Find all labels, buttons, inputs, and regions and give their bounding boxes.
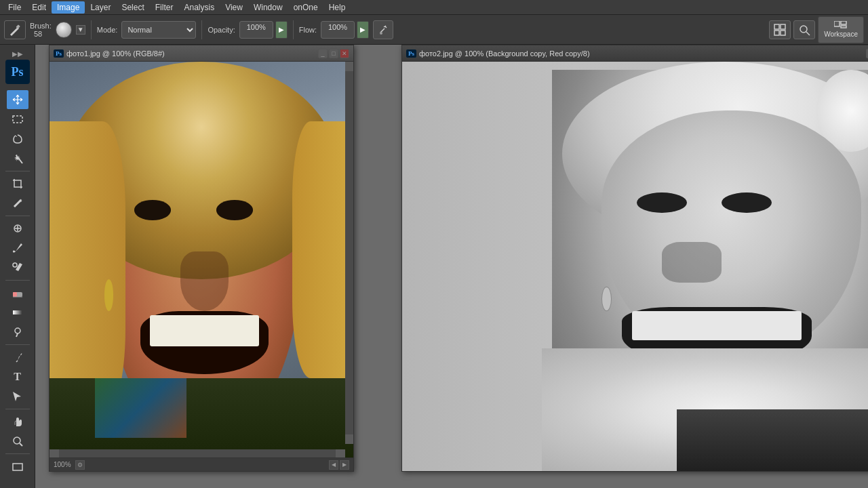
tool-healing[interactable] [7, 219, 28, 238]
doc-titlebar-2: Ps фото2.jpg @ 100% (Background copy, Re… [402, 45, 868, 62]
tool-crop[interactable] [7, 174, 28, 193]
tool-clone[interactable] [7, 258, 28, 277]
hscroll-left-1[interactable] [50, 449, 59, 458]
content-area: ▶▶ Ps [0, 45, 868, 488]
tool-sep-5 [5, 409, 30, 409]
vscroll-up-1[interactable] [345, 62, 353, 71]
tool-sep-3 [5, 280, 30, 281]
sep-1 [91, 20, 92, 39]
doc-ps-badge-2: Ps [406, 49, 416, 58]
svg-point-16 [13, 263, 17, 267]
win-maximize-1[interactable]: □ [329, 49, 338, 58]
tool-sep-2 [5, 216, 30, 216]
tool-text[interactable]: T [7, 367, 28, 386]
svg-rect-18 [13, 292, 17, 297]
tool-sep-6 [5, 453, 30, 454]
doc-title-1: фото1.jpg @ 100% (RGB/8#) [66, 49, 315, 58]
svg-point-23 [14, 437, 20, 444]
flow-value: 100% [321, 21, 355, 39]
mode-label: Mode: [97, 26, 118, 34]
tool-eyedropper[interactable] [7, 194, 28, 213]
hscroll-right-1[interactable] [336, 449, 345, 458]
tool-hand[interactable] [7, 412, 28, 431]
brush-options-arrow[interactable]: ▼ [76, 25, 85, 35]
menu-view[interactable]: View [220, 1, 248, 14]
menu-layer[interactable]: Layer [85, 1, 116, 14]
view-arrange-btn[interactable] [769, 20, 791, 39]
tool-lasso[interactable] [7, 129, 28, 148]
brush-color-picker[interactable] [56, 22, 72, 38]
toolbar: Brush: 58 ▼ Mode: Normal Dissolve Multip… [0, 15, 868, 45]
svg-line-7 [806, 32, 810, 35]
tool-eraser[interactable] [7, 283, 28, 302]
svg-rect-8 [834, 21, 840, 26]
svg-line-24 [20, 443, 22, 446]
toolbox-expand[interactable]: ▶▶ [0, 49, 35, 59]
menu-onone[interactable]: onOne [288, 1, 323, 14]
svg-rect-5 [781, 30, 785, 35]
opacity-group: 100% ▶ [239, 21, 288, 39]
nav-right-1[interactable]: ▶ [340, 460, 349, 470]
menu-image[interactable]: Image [52, 1, 85, 14]
airbrush-toggle[interactable] [373, 20, 393, 39]
workspace-button[interactable]: Workspace [818, 16, 864, 43]
sep-3 [293, 20, 294, 39]
menu-edit[interactable]: Edit [26, 1, 52, 14]
tool-move[interactable] [7, 90, 28, 109]
brush-size-value: 58 [34, 30, 47, 38]
svg-rect-25 [13, 464, 22, 470]
opacity-value: 100% [239, 21, 273, 39]
doc-ps-badge-1: Ps [54, 49, 64, 58]
doc-canvas-1[interactable] [50, 62, 353, 458]
menu-filter[interactable]: Filter [150, 1, 179, 14]
doc-controls-1: _ □ ✕ [318, 49, 349, 58]
svg-line-12 [18, 158, 22, 163]
svg-rect-10 [841, 26, 846, 28]
svg-rect-11 [13, 116, 22, 123]
blend-mode-select[interactable]: Normal Dissolve Multiply Screen Overlay [121, 21, 196, 39]
zoom-menu-1[interactable]: ⚙ [75, 460, 85, 470]
document-window-2: Ps фото2.jpg @ 100% (Background copy, Re… [401, 45, 868, 472]
win-close-1[interactable]: ✕ [340, 49, 349, 58]
menu-window[interactable]: Window [248, 1, 288, 14]
tool-sep-1 [5, 171, 30, 171]
svg-point-1 [380, 32, 382, 35]
opacity-label: Opacity: [208, 26, 235, 34]
ps-logo: Ps [5, 60, 30, 84]
menu-select[interactable]: Select [116, 1, 149, 14]
flow-arrow[interactable]: ▶ [357, 21, 369, 39]
brush-label: Brush: [30, 22, 52, 30]
menu-file[interactable]: File [3, 1, 26, 14]
tool-marquee[interactable] [7, 110, 28, 129]
svg-point-6 [800, 26, 807, 33]
doc-canvas-2[interactable] [402, 62, 868, 471]
tool-sep-4 [5, 344, 30, 345]
svg-rect-9 [841, 21, 846, 24]
brush-tool-icon[interactable] [4, 20, 26, 39]
menu-help[interactable]: Help [323, 1, 351, 14]
doc-statusbar-1: 100% ⚙ ◀ ▶ [50, 458, 353, 471]
tool-gradient[interactable] [7, 303, 28, 322]
document-window-1: Ps фото1.jpg @ 100% (RGB/8#) _ □ ✕ [49, 45, 354, 472]
tool-zoom[interactable] [7, 432, 28, 451]
svg-rect-4 [774, 30, 779, 35]
toolbox: ▶▶ Ps [0, 45, 35, 488]
vscroll-down-1[interactable] [345, 434, 353, 444]
flow-group: 100% ▶ [321, 21, 369, 39]
tool-shape[interactable] [7, 457, 28, 476]
tool-pen[interactable] [7, 348, 28, 367]
svg-rect-2 [774, 24, 779, 29]
svg-point-21 [15, 328, 20, 333]
zoom-level-1: 100% [54, 461, 71, 468]
canvas-area: Ps фото1.jpg @ 100% (RGB/8#) _ □ ✕ [35, 45, 868, 488]
tool-dodge[interactable] [7, 323, 28, 342]
opacity-arrow[interactable]: ▶ [275, 21, 288, 39]
svg-line-22 [16, 333, 18, 337]
nav-left-1[interactable]: ◀ [329, 460, 338, 470]
menu-analysis[interactable]: Analysis [178, 1, 220, 14]
tool-path-select[interactable] [7, 387, 28, 406]
tool-magic-wand[interactable] [7, 149, 28, 168]
win-minimize-1[interactable]: _ [318, 49, 328, 58]
tool-brush[interactable] [7, 239, 28, 258]
zoom-btn[interactable] [793, 20, 815, 39]
